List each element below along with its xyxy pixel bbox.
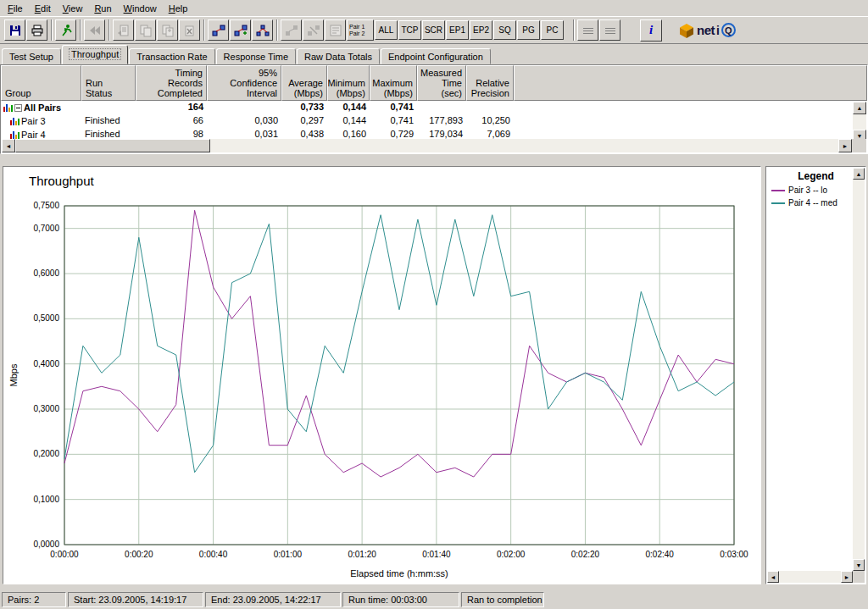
filter-all-button[interactable]: ALL — [375, 20, 398, 40]
svg-text:0:00:40: 0:00:40 — [199, 550, 228, 559]
pair-4-line-swatch — [771, 202, 785, 204]
scrollbar-thumb[interactable] — [15, 139, 210, 152]
toolbar-separator — [80, 19, 81, 41]
pair-filter-button[interactable]: Pair 1 Pair 2 — [347, 19, 374, 41]
filter-sq-button[interactable]: SQ — [493, 20, 516, 40]
report-button[interactable] — [599, 19, 620, 41]
filter-tcp-button[interactable]: TCP — [398, 20, 421, 40]
chart-mini-icon — [9, 116, 19, 126]
scrollbar-corner — [853, 571, 865, 583]
report-icon — [605, 26, 615, 34]
scroll-left-icon[interactable]: ◄ — [2, 139, 15, 152]
logo-i-text: i — [716, 24, 720, 37]
duplicate-icon — [161, 24, 175, 37]
scroll-right-icon[interactable]: ► — [838, 139, 852, 152]
pair-properties-icon — [329, 24, 342, 37]
table-row-pair-3[interactable]: Pair 3 Finished 66 0,030 0,297 0,144 0,7… — [1, 114, 867, 128]
add-pair-button[interactable] — [208, 19, 229, 41]
scroll-up-icon[interactable]: ▲ — [853, 168, 865, 180]
filter-pc-button[interactable]: PC — [541, 20, 564, 40]
table-vertical-scrollbar[interactable]: ▲ ▼ — [853, 102, 866, 142]
duplicate-button[interactable] — [157, 19, 178, 41]
logo-net-text: net — [697, 23, 715, 37]
tab-raw-data-totals[interactable]: Raw Data Totals — [297, 48, 380, 64]
col-header-relative-precision[interactable]: RelativePrecision — [466, 65, 514, 101]
copy-button[interactable] — [135, 19, 156, 41]
toolbar-separator — [51, 19, 53, 41]
cell-timing-records: 164 — [136, 101, 207, 114]
print-icon — [31, 24, 44, 37]
menu-edit[interactable]: Edit — [29, 2, 57, 15]
pair-properties-button[interactable] — [325, 19, 346, 41]
col-header-minimum[interactable]: Minimum(Mbps) — [327, 65, 370, 101]
cell-measured-time — [417, 101, 466, 114]
netiq-logo: neti Q — [678, 19, 736, 42]
edit-pair-icon — [285, 24, 298, 37]
table-row-all-pairs[interactable]: All Pairs 164 0,733 0,144 0,741 — [1, 101, 867, 114]
filter-pg-button[interactable]: PG — [517, 20, 540, 40]
disable-pair-button[interactable] — [303, 19, 324, 41]
tab-transaction-rate[interactable]: Transaction Rate — [129, 48, 214, 64]
results-table-body: All Pairs 164 0,733 0,144 0,741 Pair 3 F… — [1, 101, 867, 141]
status-start-time: Start: 23.09.2005, 14:19:17 — [68, 592, 203, 607]
scroll-right-icon[interactable]: ► — [841, 571, 853, 583]
menu-file[interactable]: File — [2, 2, 29, 15]
run-test-button[interactable] — [55, 19, 76, 41]
col-header-group[interactable]: Group — [1, 65, 81, 101]
tab-endpoint-configuration[interactable]: Endpoint Configuration — [381, 48, 491, 64]
filter-scr-button[interactable]: SCR — [422, 20, 445, 40]
scroll-up-icon[interactable]: ▲ — [853, 102, 866, 114]
svg-text:0:01:20: 0:01:20 — [348, 550, 376, 559]
columns-button[interactable] — [577, 19, 598, 41]
menu-run[interactable]: Run — [88, 2, 117, 15]
disable-pair-icon — [307, 24, 320, 37]
scrollbar-corner — [852, 139, 866, 152]
toolbar: Pair 1 Pair 2 ALL TCP SCR EP1 EP2 SQ PG … — [0, 16, 868, 44]
legend-title: Legend — [766, 170, 865, 182]
col-header-average[interactable]: Average(Mbps) — [281, 65, 327, 101]
legend-label: Pair 3 -- lo — [788, 185, 827, 195]
cell-relative-precision — [466, 101, 514, 114]
delete-button[interactable] — [179, 19, 200, 41]
menu-help[interactable]: Help — [163, 2, 194, 15]
legend-vertical-scrollbar[interactable]: ▲ ▼ — [853, 168, 865, 571]
cell-run-status — [81, 101, 136, 114]
cell-minimum: 0,144 — [327, 114, 370, 128]
table-horizontal-scrollbar[interactable]: ◄ ► — [2, 139, 852, 152]
cell-average: 0,297 — [281, 114, 327, 128]
filter-ep1-button[interactable]: EP1 — [446, 20, 469, 40]
save-button[interactable] — [4, 19, 25, 41]
tab-response-time[interactable]: Response Time — [216, 48, 296, 64]
pair-group-button[interactable] — [252, 19, 273, 41]
scroll-down-icon[interactable]: ▼ — [853, 559, 865, 571]
collapse-icon[interactable] — [14, 104, 22, 112]
info-button[interactable]: i — [640, 19, 662, 42]
col-header-run-status[interactable]: Run Status — [81, 65, 136, 101]
add-multi-pair-button[interactable] — [230, 19, 251, 41]
pair-3-line-swatch — [771, 190, 785, 191]
chart-mini-icon — [3, 102, 13, 113]
col-header-measured-time[interactable]: MeasuredTime (sec) — [417, 65, 466, 101]
scroll-left-icon[interactable]: ◄ — [767, 571, 779, 583]
filter-ep2-button[interactable]: EP2 — [470, 20, 492, 40]
rewind-button[interactable] — [84, 19, 105, 41]
tab-test-setup[interactable]: Test Setup — [2, 48, 61, 64]
menu-window[interactable]: Window — [118, 2, 163, 15]
edit-pair-button[interactable] — [281, 19, 302, 41]
revert-icon — [117, 24, 131, 37]
col-header-maximum[interactable]: Maximum(Mbps) — [370, 65, 417, 101]
menu-view[interactable]: View — [57, 2, 89, 15]
col-header-timing-records[interactable]: Timing RecordsCompleted — [136, 65, 207, 101]
print-button[interactable] — [26, 19, 47, 41]
save-icon — [8, 24, 22, 37]
col-header-confidence[interactable]: 95% ConfidenceInterval — [207, 65, 281, 101]
chart-plot-area: 0,00000,10000,20000,30000,40000,50000,60… — [3, 167, 760, 565]
revert-button[interactable] — [113, 19, 134, 41]
scrollbar-track[interactable] — [210, 139, 838, 152]
legend-horizontal-scrollbar[interactable]: ◄ ► — [767, 571, 853, 583]
status-bar: Pairs: 2 Start: 23.09.2005, 14:19:17 End… — [0, 590, 868, 609]
legend-label: Pair 4 -- med — [788, 198, 837, 208]
info-icon: i — [649, 23, 653, 37]
svg-text:0:02:20: 0:02:20 — [571, 550, 600, 559]
tab-throughput[interactable]: Throughput — [62, 45, 128, 64]
